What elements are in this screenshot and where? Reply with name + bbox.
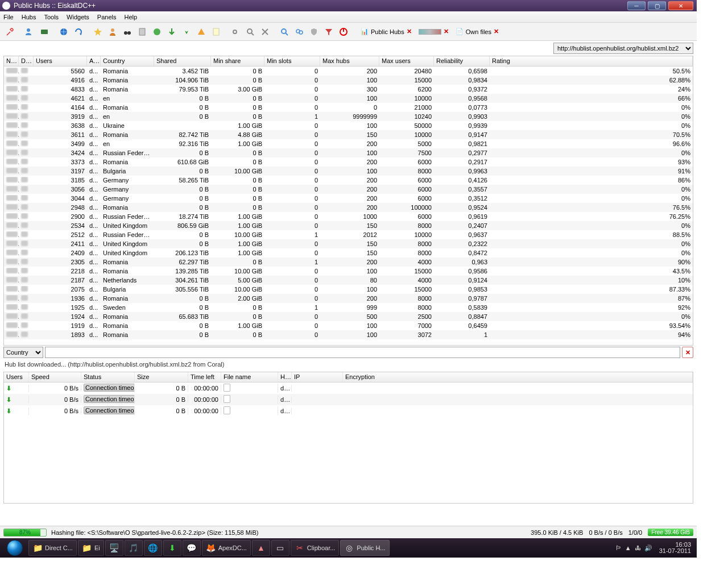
minimize-button[interactable]: ─	[627, 1, 646, 10]
col-maxhubs[interactable]: Max hubs	[320, 56, 379, 66]
tray-speaker-icon[interactable]: 🔊	[644, 544, 652, 552]
hublist-url-select[interactable]: http://hublist.openhublist.org/hublist.x…	[553, 43, 693, 54]
tool-users-icon[interactable]	[23, 25, 36, 39]
taskbar-pinned[interactable]: 🌐	[144, 540, 162, 556]
table-row[interactable]: 1919d...Romania0 B1.00 GiB010070000,6459…	[4, 321, 693, 330]
table-row[interactable]: ⬇0 B/sConnection timeout0 B00:00:00d...	[4, 394, 693, 405]
table-row[interactable]: 5560d...Romania3.452 TiB0 B0200204800,65…	[4, 66, 693, 76]
col-country[interactable]: Country	[101, 56, 154, 66]
menu-panels[interactable]: Panels	[97, 14, 117, 20]
xcol-size[interactable]: Size	[135, 372, 188, 382]
tool-search-icon[interactable]	[243, 25, 257, 39]
table-row[interactable]: 4164d...Romania0 B0 B00210000,07730%	[4, 103, 693, 112]
col-users[interactable]: Users	[34, 56, 87, 66]
xcol-speed[interactable]: Speed	[29, 372, 81, 382]
table-row[interactable]: 2534d...United Kingdom806.59 GiB1.00 GiB…	[4, 221, 693, 230]
table-row[interactable]: 3056d...Germany0 B0 B020060000,35570%	[4, 185, 693, 194]
tool-link-icon[interactable]	[229, 25, 242, 39]
taskbar-item[interactable]: 📁Ei	[78, 540, 104, 556]
table-row[interactable]: 4916d...Romania104.906 TiB0 B0100150000,…	[4, 76, 693, 85]
tool-person-icon[interactable]	[106, 25, 119, 39]
menu-help[interactable]: Help	[125, 14, 138, 20]
tool-zoom2-icon[interactable]	[292, 25, 306, 39]
tray-arrow-icon[interactable]: ▲	[625, 544, 631, 551]
xcol-host[interactable]: Hos	[278, 372, 292, 382]
table-row[interactable]: 1893d...Romania0 B0 B01003072194%	[4, 330, 693, 339]
tab-middle[interactable]: ✕	[419, 28, 449, 35]
col-shared[interactable]: Shared	[154, 56, 211, 66]
xcol-encryption[interactable]: Encryption	[343, 372, 693, 382]
col-description[interactable]: Des	[19, 56, 34, 66]
xcol-timeleft[interactable]: Time left	[188, 372, 221, 382]
close-icon[interactable]: ✕	[494, 28, 499, 35]
table-row[interactable]: 3424d...Russian Federat...0 B0 B01007500…	[4, 148, 693, 157]
taskbar-item[interactable]: 📁Direct C...	[28, 540, 77, 556]
taskbar-pinned[interactable]: 🖥️	[105, 540, 123, 556]
xcol-ip[interactable]: IP	[292, 372, 343, 382]
table-row[interactable]: 2948d...Romania0 B0 B02001000000,952476.…	[4, 203, 693, 212]
tool-binoculars-icon[interactable]	[121, 25, 134, 39]
tool-globe-icon[interactable]	[57, 25, 71, 39]
table-row[interactable]: 3499d...en92.316 TiB1.00 GiB020050000,98…	[4, 139, 693, 148]
start-button[interactable]	[2, 539, 27, 556]
tab-own-files[interactable]: 📄 Own files ✕	[456, 28, 499, 36]
col-address[interactable]: Adc	[87, 56, 101, 66]
tool-x-icon[interactable]	[258, 25, 272, 39]
tool-warning-icon[interactable]	[195, 25, 208, 39]
taskbar-pinned[interactable]: 🎵	[125, 540, 143, 556]
table-row[interactable]: 2409d...United Kingdom206.123 TiB1.00 Gi…	[4, 248, 693, 257]
taskbar-pinned[interactable]: ▲	[252, 540, 270, 556]
close-button[interactable]: ✕	[668, 1, 693, 10]
table-row[interactable]: 1936d...Romania0 B2.00 GiB020080000,9787…	[4, 294, 693, 303]
table-row[interactable]: 3919d...en0 B0 B19999999102400,99030%	[4, 112, 693, 121]
maximize-button[interactable]: ▢	[648, 1, 666, 10]
close-icon[interactable]: ✕	[407, 28, 412, 35]
taskbar-pinned[interactable]: ▭	[271, 540, 289, 556]
taskbar-item-active[interactable]: ◎Public H...	[340, 540, 389, 556]
xcol-users[interactable]: Users	[4, 372, 29, 382]
table-row[interactable]: 3197d...Bulgaria0 B10.00 GiB010080000,99…	[4, 167, 693, 176]
tray-net-icon[interactable]: 🖧	[635, 544, 641, 551]
table-row[interactable]: 1924d...Romania65.683 TiB0 B050025000,88…	[4, 312, 693, 321]
table-row[interactable]: 4621d...en0 B0 B0100100000,956866%	[4, 94, 693, 103]
col-reliability[interactable]: Reliability	[434, 56, 490, 66]
tool-shield-icon[interactable]	[307, 25, 321, 39]
table-row[interactable]: 3611d...Romania82.742 TiB4.88 GiB0150100…	[4, 130, 693, 139]
col-minslots[interactable]: Min slots	[264, 56, 320, 66]
taskbar-pinned[interactable]: 💬	[183, 540, 201, 556]
tool-filter-icon[interactable]	[322, 25, 336, 39]
tool-globe2-icon[interactable]	[150, 25, 164, 39]
taskbar-item[interactable]: 🦊ApexDC...	[202, 540, 251, 556]
table-row[interactable]: 1925d...Sweden0 B0 B199980000,583992%	[4, 303, 693, 312]
filter-input[interactable]	[45, 347, 680, 358]
table-row[interactable]: 3185d...Germany58.265 TiB0 B020060000,41…	[4, 176, 693, 185]
table-row[interactable]: ⬇0 B/sConnection timeout0 B00:00:00d...	[4, 405, 693, 417]
table-row[interactable]: 2187d...Netherlands304.261 TiB5.00 GiB08…	[4, 276, 693, 285]
tray-flag-icon[interactable]: 🏳	[615, 544, 622, 551]
menu-file[interactable]: File	[3, 14, 14, 20]
tool-percent-icon[interactable]	[38, 25, 51, 39]
table-row[interactable]: ⬇0 B/sConnection timeout0 B00:00:00d...	[4, 383, 693, 394]
menu-widgets[interactable]: Widgets	[67, 14, 89, 20]
col-minshare[interactable]: Min share	[211, 56, 264, 66]
tab-public-hubs[interactable]: 📊 Public Hubs ✕	[361, 28, 412, 36]
filter-clear-button[interactable]: ✕	[682, 347, 693, 358]
xcol-filename[interactable]: File name	[221, 372, 278, 382]
table-row[interactable]: 2411d...United Kingdom0 B1.00 GiB0150800…	[4, 239, 693, 248]
tool-power-icon[interactable]	[337, 25, 350, 39]
col-maxusers[interactable]: Max users	[379, 56, 434, 66]
col-rating[interactable]: Rating	[490, 56, 693, 66]
table-row[interactable]: 2305d...Romania62.297 TiB0 B120040000,96…	[4, 257, 693, 267]
filter-field-select[interactable]: Country	[3, 347, 43, 358]
tool-star-icon[interactable]	[91, 25, 105, 39]
tool-down-arrow-icon[interactable]	[165, 25, 179, 39]
taskbar-pinned[interactable]: ⬇	[163, 540, 181, 556]
table-row[interactable]: 2218d...Romania139.285 TiB10.00 GiB01001…	[4, 267, 693, 276]
tool-queue-icon[interactable]	[135, 25, 149, 39]
menu-hubs[interactable]: Hubs	[22, 14, 36, 20]
col-name[interactable]: Nar	[4, 56, 19, 66]
tool-zoom-icon[interactable]	[278, 25, 291, 39]
menu-tools[interactable]: Tools	[44, 14, 59, 20]
taskbar-item[interactable]: ✂Clipboar...	[291, 540, 340, 556]
table-row[interactable]: 4833d...Romania79.953 TiB3.00 GiB0300620…	[4, 85, 693, 94]
